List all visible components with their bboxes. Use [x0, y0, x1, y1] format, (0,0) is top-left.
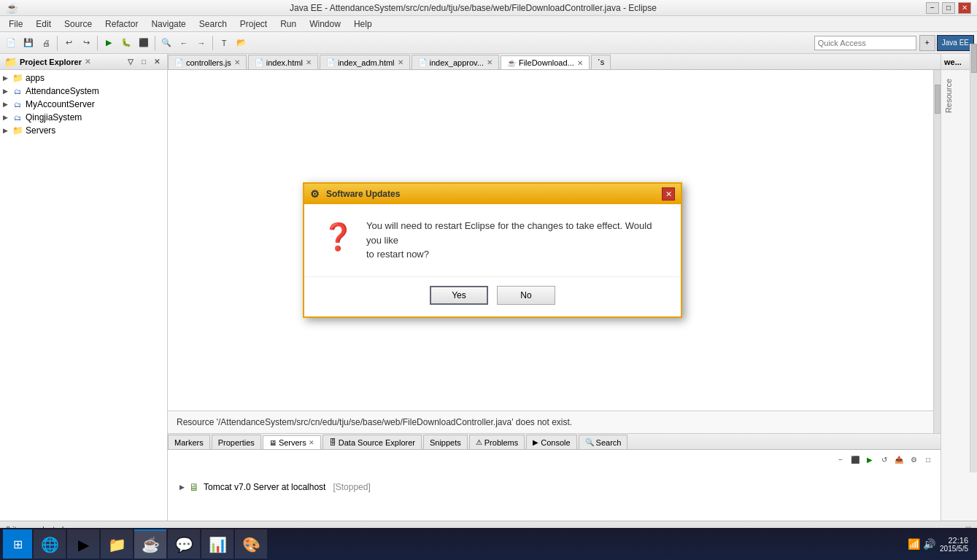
- dialog-message-line1: You will need to restart Eclipse for the…: [366, 220, 652, 246]
- software-updates-dialog: ⚙ Software Updates ✕ ❓ You will need to …: [303, 182, 682, 318]
- dialog-title-icon: ⚙: [310, 188, 322, 200]
- dialog-no-button[interactable]: No: [497, 286, 555, 305]
- dialog-close-button[interactable]: ✕: [662, 187, 675, 201]
- dialog-footer: Yes No: [304, 276, 681, 316]
- dialog-title-text: Software Updates: [326, 189, 400, 199]
- modal-overlay: ⚙ Software Updates ✕ ❓ You will need to …: [0, 0, 977, 560]
- dialog-yes-button[interactable]: Yes: [430, 286, 488, 305]
- dialog-question-icon: ❓: [322, 222, 355, 252]
- dialog-title-bar: ⚙ Software Updates ✕: [304, 184, 681, 204]
- dialog-body: ❓ You will need to restart Eclipse for t…: [304, 204, 681, 276]
- dialog-title-left: ⚙ Software Updates: [310, 188, 400, 200]
- dialog-message: You will need to restart Eclipse for the…: [366, 219, 663, 262]
- dialog-message-line2: to restart now?: [366, 249, 429, 260]
